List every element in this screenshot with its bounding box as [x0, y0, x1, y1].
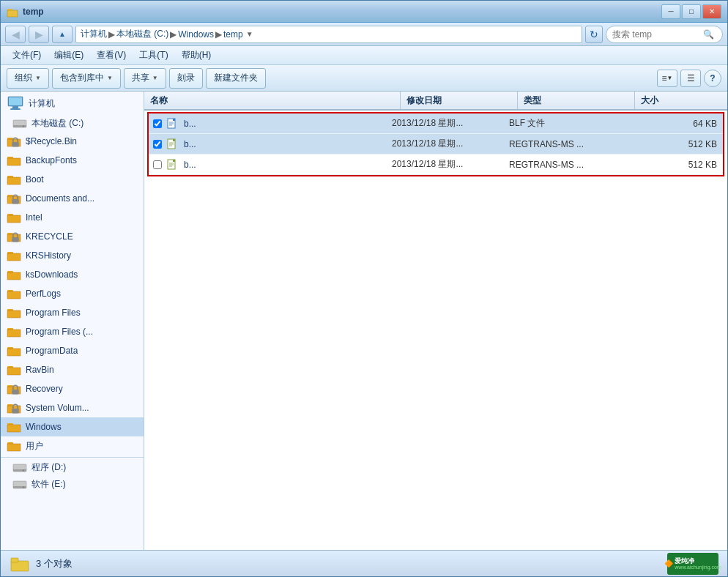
forward-button[interactable]: ▶ [29, 26, 49, 43]
sidebar-item-perflogs[interactable]: PerfLogs [1, 284, 144, 303]
sidebar-item-drive-e[interactable]: 软件 (E:) [1, 476, 144, 493]
recovery-label: Recovery [26, 384, 63, 394]
menu-edit[interactable]: 编辑(E) [48, 48, 89, 63]
menu-bar: 文件(F) 编辑(E) 查看(V) 工具(T) 帮助(H) [1, 46, 727, 65]
watermark-brand: 爱纯净 [675, 558, 721, 565]
sidebar-item-krecycle[interactable]: KRECYCLE [1, 227, 144, 246]
watermark-text-area: 爱纯净 www.aichunjing.com [675, 558, 721, 570]
breadcrumb-item-disk[interactable]: 本地磁盘 (C:) [116, 28, 168, 40]
sidebar-item-krshistory[interactable]: KRSHistory [1, 246, 144, 265]
svg-rect-67 [13, 469, 26, 472]
folder-krecycle-icon [7, 231, 21, 242]
folder-users-icon [7, 440, 21, 452]
search-input[interactable] [612, 29, 700, 40]
file-row[interactable]: b... 2013/12/18 星期... REGTRANS-MS ... 51… [149, 134, 723, 155]
svg-rect-83 [173, 160, 175, 162]
svg-rect-55 [12, 390, 19, 394]
col-size-header[interactable]: 大小 [635, 92, 727, 109]
folder-programfiles-icon [7, 307, 21, 319]
svg-rect-73 [173, 119, 175, 121]
help-button[interactable]: ? [704, 70, 721, 87]
svg-rect-30 [12, 237, 19, 242]
folder-recycle-icon [7, 135, 21, 147]
menu-file[interactable]: 文件(F) [7, 48, 47, 63]
maximize-button[interactable]: □ [682, 4, 701, 19]
search-icon: 🔍 [703, 29, 714, 40]
intel-label: Intel [26, 212, 42, 223]
sidebar-item-programfilesx86[interactable]: Program Files (... [1, 322, 144, 341]
preview-pane-button[interactable]: ☰ [680, 70, 701, 87]
breadcrumb-item-windows[interactable]: Windows [178, 29, 214, 40]
refresh-button[interactable]: ↻ [585, 26, 603, 43]
sidebar-item-recycle[interactable]: $Recycle.Bin [1, 132, 144, 151]
organize-button[interactable]: 组织 ▼ [7, 68, 49, 89]
sidebar-item-ravbin[interactable]: RavBin [1, 360, 144, 379]
users-label: 用户 [26, 440, 43, 453]
sidebar-item-computer[interactable]: 计算机 [1, 92, 144, 115]
sidebar-item-recovery[interactable]: Recovery [1, 379, 144, 398]
recycle-bin-label: $Recycle.Bin [26, 136, 77, 146]
burn-button[interactable]: 刻录 [169, 68, 203, 89]
regtrans-file-icon [166, 138, 178, 150]
ksdownloads-label: ksDownloads [26, 269, 78, 280]
file-row[interactable]: b... b 2013/12/18 星期... BLF 文件 64 KB [149, 113, 723, 134]
watermark: 🔶 爱纯净 www.aichunjing.com [667, 553, 718, 575]
close-button[interactable]: ✕ [702, 4, 721, 19]
sidebar-item-boot[interactable]: Boot [1, 170, 144, 189]
lock-icon-krecycle [8, 231, 23, 243]
svg-rect-78 [173, 139, 175, 141]
regtrans2-file-icon [166, 159, 178, 171]
programdata-label: ProgramData [26, 346, 78, 356]
drive-d-label: 程序 (D:) [31, 461, 66, 474]
status-bar: 3 个对象 🔶 爱纯净 www.aichunjing.com [1, 550, 727, 576]
share-button[interactable]: 共享 ▼ [124, 68, 166, 89]
folder-recovery-icon [7, 383, 21, 395]
folder-ravbin-icon [7, 364, 21, 376]
krshistory-label: KRSHistory [26, 250, 71, 261]
col-type-header[interactable]: 类型 [518, 92, 635, 109]
sidebar-item-documents[interactable]: Documents and... [1, 189, 144, 208]
svg-rect-59 [12, 409, 19, 413]
minimize-button[interactable]: ─ [661, 4, 680, 19]
file-type-1: BLF 文件 [503, 117, 620, 130]
sidebar-item-users[interactable]: 用户 [1, 436, 144, 455]
menu-tools[interactable]: 工具(T) [133, 48, 174, 63]
file-checkbox-3[interactable] [149, 160, 163, 169]
breadcrumb-item[interactable]: 计算机 [81, 28, 107, 40]
svg-point-9 [23, 125, 24, 127]
folder-programfilesx86-icon [7, 326, 21, 338]
sidebar-item-intel[interactable]: Intel [1, 208, 144, 227]
sidebar-scroll[interactable]: 计算机 本地磁盘 (C:) [1, 92, 144, 550]
up-button[interactable]: ▲ [52, 26, 73, 43]
file-size-2: 512 KB [620, 139, 723, 149]
menu-help[interactable]: 帮助(H) [176, 48, 218, 63]
svg-rect-5 [12, 106, 18, 108]
sidebar-item-drive-d[interactable]: 程序 (D:) [1, 459, 144, 476]
file-checkbox-1[interactable] [149, 119, 163, 128]
sidebar-item-backupfonts[interactable]: BackupFonts [1, 151, 144, 170]
file-row[interactable]: b... 2013/12/18 星期... REGTRANS-MS ... 51… [149, 155, 723, 175]
menu-view[interactable]: 查看(V) [91, 48, 132, 63]
view-dropdown-arrow: ▼ [667, 75, 673, 81]
file-checkbox-2[interactable] [149, 140, 163, 149]
breadcrumb-item-temp[interactable]: temp [223, 29, 243, 40]
breadcrumb-dropdown[interactable]: ▼ [246, 30, 253, 38]
col-name-header[interactable]: 名称 [144, 92, 401, 109]
back-button[interactable]: ◀ [5, 26, 26, 43]
col-date-header[interactable]: 修改日期 [401, 92, 518, 109]
sidebar-item-local-disk[interactable]: 本地磁盘 (C:) [1, 115, 144, 132]
boot-label: Boot [26, 174, 44, 185]
include-library-button[interactable]: 包含到库中 ▼ [52, 68, 121, 89]
title-bar-left: temp [7, 6, 44, 18]
sidebar-item-programdata[interactable]: ProgramData [1, 341, 144, 360]
sidebar-item-windows[interactable]: Windows [1, 417, 144, 436]
file-list: b... b 2013/12/18 星期... BLF 文件 64 KB [144, 111, 727, 550]
file-area: 名称 修改日期 类型 大小 [144, 92, 727, 550]
lock-icon-docs [8, 193, 23, 205]
sidebar-item-systemvolume[interactable]: System Volum... [1, 398, 144, 417]
new-folder-button[interactable]: 新建文件夹 [206, 68, 266, 89]
view-toggle-button[interactable]: ≡ ▼ [657, 70, 677, 87]
sidebar-item-programfiles[interactable]: Program Files [1, 303, 144, 322]
sidebar-item-ksdownloads[interactable]: ksDownloads [1, 265, 144, 284]
local-disk-label: 本地磁盘 (C:) [31, 117, 83, 130]
